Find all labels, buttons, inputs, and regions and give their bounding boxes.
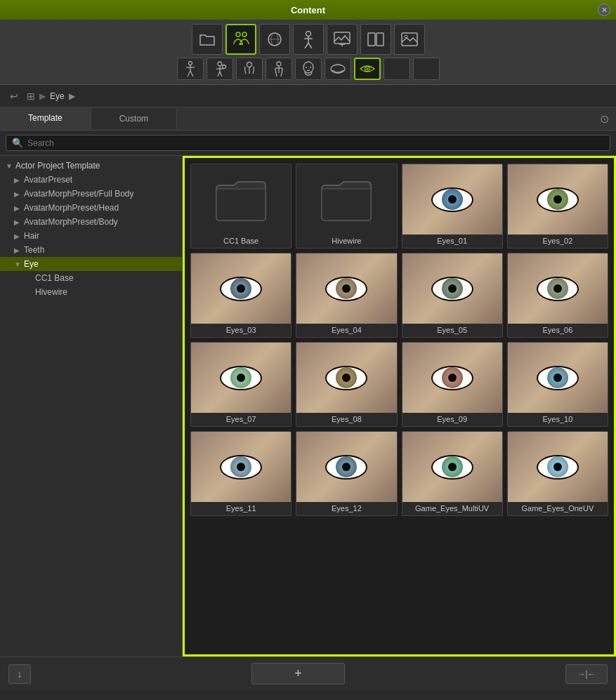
- toolbar-scene-btn[interactable]: [327, 24, 358, 55]
- tab-template[interactable]: Template: [0, 107, 91, 130]
- title-bar: Content ✕: [0, 0, 616, 20]
- back-button[interactable]: ↩: [6, 88, 22, 105]
- svg-rect-15: [376, 33, 384, 46]
- breadcrumb-sep: ▶: [39, 91, 46, 101]
- svg-point-33: [303, 62, 313, 73]
- tree-item-avatar-morph-body[interactable]: ▶ AvatarMorphPreset/Body: [0, 215, 182, 229]
- toolbar-row-2: [177, 58, 440, 80]
- toolbar-area: [0, 20, 616, 85]
- toolbar-pose-btn[interactable]: [177, 58, 204, 80]
- grid-item-eyes-01[interactable]: Eyes_01: [402, 164, 503, 249]
- grid-item-game-eyes-multi[interactable]: Game_Eyes_MultiUV: [402, 431, 503, 516]
- tree-item-hair[interactable]: ▶ Hair: [0, 229, 182, 243]
- svg-point-38: [366, 68, 368, 70]
- grid-item-eyes-10[interactable]: Eyes_10: [507, 342, 608, 427]
- grid-item-cc1-base[interactable]: CC1 Base: [190, 164, 291, 249]
- grid-label-eyes-11: Eyes_11: [226, 504, 256, 513]
- tree-item-cc1-base[interactable]: ▶ CC1 Base: [0, 271, 182, 285]
- grid-item-eyes-07[interactable]: Eyes_07: [190, 342, 291, 427]
- tabs-expand-btn[interactable]: ⊙: [593, 110, 616, 128]
- toolbar-head-btn[interactable]: [295, 58, 322, 80]
- add-button[interactable]: +: [251, 663, 345, 685]
- tree-item-teeth[interactable]: ▶ Teeth: [0, 243, 182, 257]
- grid-label-game-eyes-one: Game_Eyes_OneUV: [522, 504, 594, 513]
- eye-thumbnail-10: [508, 343, 608, 413]
- grid-item-eyes-08[interactable]: Eyes_08: [296, 342, 397, 427]
- grid-item-eyes-09[interactable]: Eyes_09: [402, 342, 503, 427]
- tree-item-avatar-preset[interactable]: ▶ AvatarPreset: [0, 173, 182, 187]
- grid-label-game-eyes-multi: Game_Eyes_MultiUV: [415, 504, 489, 513]
- tree-item-avatar-morph-head[interactable]: ▶ AvatarMorphPreset/Head: [0, 201, 182, 215]
- grid-item-eyes-06[interactable]: Eyes_06: [507, 253, 608, 338]
- eye-thumbnail-game-multi: [402, 432, 502, 502]
- svg-point-6: [306, 32, 310, 37]
- bottom-bar: ↓ + →|←: [0, 656, 616, 690]
- eye-thumbnail-11: [191, 432, 291, 502]
- tree-item-hivewire[interactable]: ▶ Hivewire: [0, 285, 182, 299]
- svg-line-22: [190, 71, 193, 77]
- grid-label-eyes-06: Eyes_06: [542, 326, 572, 334]
- eye-thumbnail-12: [296, 432, 396, 502]
- tree-arrow-actor-project: ▼: [6, 162, 13, 170]
- grid-item-eyes-11[interactable]: Eyes_11: [190, 431, 291, 516]
- grid-label-eyes-09: Eyes_09: [437, 415, 467, 423]
- svg-point-18: [188, 62, 192, 65]
- svg-point-29: [247, 62, 251, 67]
- grid-item-eyes-12[interactable]: Eyes_12: [296, 431, 397, 516]
- breadcrumb-bar: ↩ ⊞ ▶ Eye ▶: [0, 85, 616, 107]
- svg-point-28: [222, 65, 225, 69]
- svg-line-21: [188, 71, 190, 77]
- grid-item-eyes-03[interactable]: Eyes_03: [190, 253, 291, 338]
- toolbar-split-btn[interactable]: [360, 24, 391, 55]
- grid-item-eyes-02[interactable]: Eyes_02: [507, 164, 608, 249]
- grid-item-eyes-05[interactable]: Eyes_05: [402, 253, 503, 338]
- merge-button[interactable]: →|←: [565, 664, 608, 684]
- toolbar-morph-btn[interactable]: [207, 58, 233, 80]
- folder-thumbnail-cc1: [191, 164, 291, 235]
- tree-item-actor-project[interactable]: ▼ Actor Project Template: [0, 159, 182, 173]
- toolbar-folder-btn[interactable]: [192, 24, 223, 55]
- toolbar-sphere-btn[interactable]: [259, 24, 290, 55]
- grid-item-game-eyes-one[interactable]: Game_Eyes_OneUV: [507, 431, 608, 516]
- eye-thumbnail-03: [191, 253, 291, 324]
- svg-point-0: [236, 32, 240, 37]
- svg-point-23: [218, 62, 222, 66]
- download-button[interactable]: ↓: [8, 664, 31, 684]
- breadcrumb-grid-icon: ⊞: [27, 91, 35, 102]
- eye-thumbnail-07: [191, 343, 291, 413]
- toolbar-figure2-btn[interactable]: [266, 58, 292, 80]
- grid-item-hivewire[interactable]: Hivewire: [296, 164, 397, 249]
- eye-thumbnail-09: [402, 343, 502, 413]
- grid-label-eyes-12: Eyes_12: [332, 504, 362, 513]
- grid-label-eyes-10: Eyes_10: [542, 415, 572, 423]
- toolbar-mouth-btn[interactable]: [325, 58, 351, 80]
- toolbar-row-1: [192, 24, 425, 55]
- toolbar-hair-btn[interactable]: [236, 58, 263, 80]
- tree-item-eye[interactable]: ▼ Eye: [0, 257, 182, 271]
- svg-rect-11: [334, 32, 350, 44]
- main-content: ▼ Actor Project Template ▶ AvatarPreset …: [0, 156, 616, 656]
- svg-line-10: [308, 43, 312, 48]
- eye-thumbnail-game-one: [508, 432, 608, 502]
- grid-label-eyes-03: Eyes_03: [226, 326, 256, 334]
- breadcrumb-path: Eye: [50, 91, 65, 101]
- toolbar-blank1-btn[interactable]: [384, 58, 410, 80]
- toolbar-eye-btn[interactable]: [354, 58, 381, 80]
- eye-thumbnail-06: [508, 253, 608, 324]
- tree-item-avatar-morph-full[interactable]: ▶ AvatarMorphPreset/Full Body: [0, 187, 182, 201]
- grid-area: CC1 Base Hivewire: [183, 156, 616, 656]
- toolbar-figure-btn[interactable]: [293, 24, 324, 55]
- toolbar-figures-btn[interactable]: [225, 24, 256, 55]
- svg-rect-2: [239, 44, 243, 45]
- breadcrumb-forward-arrow: ▶: [69, 91, 75, 101]
- close-button[interactable]: ✕: [598, 4, 610, 16]
- grid-label-eyes-01: Eyes_01: [437, 237, 467, 245]
- toolbar-blank2-btn[interactable]: [413, 58, 440, 80]
- tab-custom[interactable]: Custom: [91, 108, 177, 129]
- toolbar-image-btn[interactable]: [394, 24, 425, 55]
- svg-rect-14: [368, 33, 375, 46]
- tabs-row: Template Custom ⊙: [0, 107, 616, 131]
- grid-label-eyes-07: Eyes_07: [226, 415, 256, 423]
- grid-item-eyes-04[interactable]: Eyes_04: [296, 253, 397, 338]
- search-input[interactable]: [27, 138, 604, 148]
